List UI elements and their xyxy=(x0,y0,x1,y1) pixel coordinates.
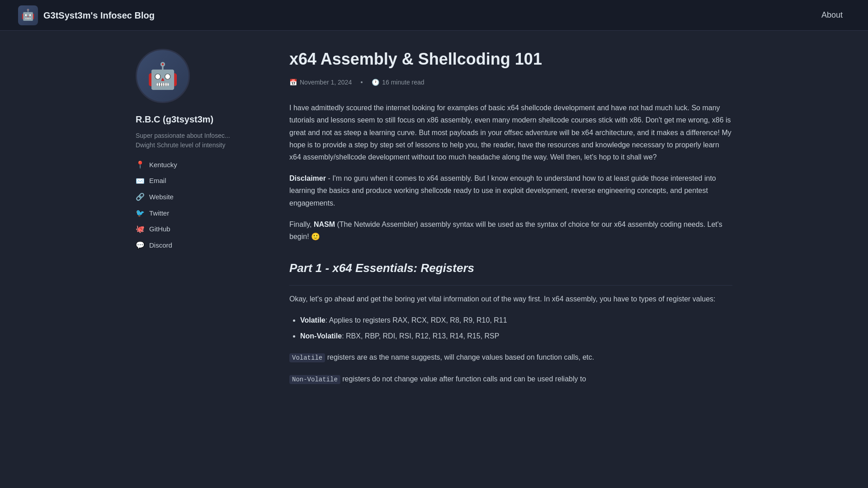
site-title: G3tSyst3m's Infosec Blog xyxy=(43,8,155,23)
email-link[interactable]: Email xyxy=(149,175,166,186)
nonvolatile-explain-paragraph: Non-Volatile registers do not change val… xyxy=(289,373,732,385)
website-icon: 🔗 xyxy=(136,191,145,203)
avatar: 🤖 xyxy=(136,49,190,103)
nasm-paragraph: Finally, NASM (The Netwide Assembler) as… xyxy=(289,218,732,243)
finally-prefix: Finally, xyxy=(289,221,314,228)
meta-separator xyxy=(361,81,363,83)
github-link[interactable]: GitHub xyxy=(149,224,170,235)
intro-paragraph: I have admittedly scoured the internet l… xyxy=(289,102,732,163)
discord-icon: 💬 xyxy=(136,239,145,251)
site-header: 🤖 G3tSyst3m's Infosec Blog About xyxy=(0,0,868,31)
disclaimer-paragraph: Disclaimer - I'm no guru when it comes t… xyxy=(289,172,732,209)
nasm-text: (The Netwide Assembler) assembly syntax … xyxy=(289,221,722,240)
link-email[interactable]: ✉️ Email xyxy=(136,175,262,187)
nonvolatile-code: Non-Volatile xyxy=(289,375,340,384)
calendar-icon: 📅 xyxy=(289,77,297,87)
article-date: November 1, 2024 xyxy=(300,77,352,87)
link-discord[interactable]: 💬 Discord xyxy=(136,239,262,251)
link-website[interactable]: 🔗 Website xyxy=(136,191,262,203)
link-twitter[interactable]: 🐦 Twitter xyxy=(136,207,262,219)
article-title: x64 Assembly & Shellcoding 101 xyxy=(289,49,732,70)
website-link[interactable]: Website xyxy=(149,192,174,202)
twitter-icon: 🐦 xyxy=(136,207,145,219)
volatile-explain-text: registers are as the name suggests, will… xyxy=(325,353,594,361)
disclaimer-text: - I'm no guru when it comes to x64 assem… xyxy=(289,174,716,206)
nonvolatile-label: Non-Volatile xyxy=(300,332,342,340)
author-name: R.B.C (g3tsyst3m) xyxy=(136,112,262,127)
github-icon: 🐙 xyxy=(136,223,145,235)
nav-about[interactable]: About xyxy=(814,7,850,23)
twitter-link[interactable]: Twitter xyxy=(149,208,169,219)
volatile-item: Volatile: Applies to registers RAX, RCX,… xyxy=(300,314,732,326)
email-icon: ✉️ xyxy=(136,175,145,187)
volatile-desc: : Applies to registers RAX, RCX, RDX, R8… xyxy=(326,316,507,324)
article-date-item: 📅 November 1, 2024 xyxy=(289,77,352,87)
author-links: 📍 Kentucky ✉️ Email 🔗 Website 🐦 Twitter … xyxy=(136,159,262,251)
disclaimer-label: Disclaimer xyxy=(289,174,326,182)
section1-intro: Okay, let's go ahead and get the boring … xyxy=(289,293,732,305)
author-bio: Super passionate about Infosec... Dwight… xyxy=(136,131,262,150)
main-content: x64 Assembly & Shellcoding 101 📅 Novembe… xyxy=(289,49,732,394)
section1-heading: Part 1 - x64 Essentials: Registers xyxy=(289,259,732,286)
register-list: Volatile: Applies to registers RAX, RCX,… xyxy=(300,314,732,342)
article-readtime-item: 🕐 16 minute read xyxy=(372,77,424,87)
nonvolatile-desc: : RBX, RBP, RDI, RSI, R12, R13, R14, R15… xyxy=(342,332,499,340)
clock-icon: 🕐 xyxy=(372,77,379,87)
sidebar: 🤖 R.B.C (g3tsyst3m) Super passionate abo… xyxy=(136,49,262,394)
nonvolatile-item: Non-Volatile: RBX, RBP, RDI, RSI, R12, R… xyxy=(300,330,732,342)
article-readtime: 16 minute read xyxy=(382,77,424,87)
site-logo: 🤖 xyxy=(18,5,38,25)
volatile-explain-paragraph: Volatile registers are as the name sugge… xyxy=(289,351,732,364)
article-meta: 📅 November 1, 2024 🕐 16 minute read xyxy=(289,77,732,87)
volatile-label: Volatile xyxy=(300,316,326,324)
link-location: 📍 Kentucky xyxy=(136,159,262,171)
nasm-label: NASM xyxy=(314,221,335,228)
site-logo-link[interactable]: 🤖 G3tSyst3m's Infosec Blog xyxy=(18,5,155,25)
location-text: Kentucky xyxy=(149,160,177,170)
nonvolatile-explain-text: registers do not change value after func… xyxy=(340,375,586,383)
location-icon: 📍 xyxy=(136,159,145,171)
main-nav: About xyxy=(814,9,850,22)
link-github[interactable]: 🐙 GitHub xyxy=(136,223,262,235)
article-body: I have admittedly scoured the internet l… xyxy=(289,102,732,385)
volatile-code: Volatile xyxy=(289,353,325,362)
page-layout: 🤖 R.B.C (g3tsyst3m) Super passionate abo… xyxy=(118,31,750,413)
discord-link[interactable]: Discord xyxy=(149,240,172,251)
